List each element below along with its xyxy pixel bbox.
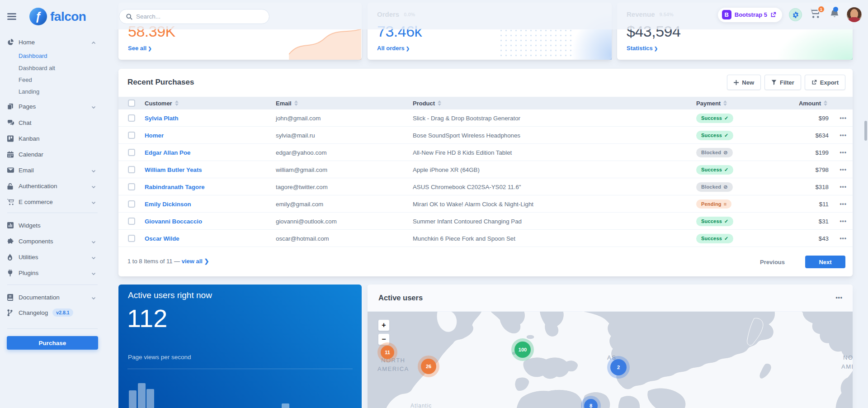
sidebar-item-pages[interactable]: Pages <box>7 100 98 113</box>
notifications-button[interactable] <box>829 8 840 22</box>
column-header-email[interactable]: Email <box>276 97 298 109</box>
row-menu-icon[interactable]: ••• <box>840 161 847 178</box>
sidebar-item-plugins[interactable]: Plugins <box>7 266 98 279</box>
search-box[interactable] <box>119 9 269 24</box>
row-menu-icon[interactable]: ••• <box>840 144 847 161</box>
sidebar-divider <box>7 328 98 329</box>
bootstrap5-button[interactable]: B Bootstrap 5 <box>718 8 782 22</box>
active-users-title: Active users <box>378 294 423 302</box>
row-menu-icon[interactable]: ••• <box>840 195 847 213</box>
pages-icon <box>7 103 14 110</box>
sidebar-item-home[interactable]: Home <box>7 36 98 48</box>
map-zoom-out-button[interactable]: − <box>378 333 390 345</box>
active-users-now-card: Active users right now 112 Page views pe… <box>118 285 362 408</box>
blocked-icon: ⊘ <box>723 184 727 190</box>
map-label-atlantic: Atlantic <box>410 403 432 408</box>
sidebar-item-authentication[interactable]: Authentication <box>7 180 98 192</box>
row-checkbox[interactable] <box>128 166 135 173</box>
page-scrollbar-thumb[interactable] <box>864 121 867 141</box>
row-menu-icon[interactable]: ••• <box>840 178 847 195</box>
customer-link[interactable]: Rabindranath Tagore <box>145 178 205 195</box>
chevron-down-icon <box>91 168 96 175</box>
filter-icon <box>771 80 777 85</box>
new-button[interactable]: New <box>727 75 761 90</box>
filter-button[interactable]: Filter <box>764 75 801 90</box>
sidebar-item-components[interactable]: Components <box>7 235 98 247</box>
row-checkbox[interactable] <box>128 132 135 139</box>
customer-link[interactable]: Oscar Wilde <box>145 230 179 247</box>
table-row: Giovanni Boccaccio giovanni@outlook.com … <box>118 213 853 230</box>
column-header-payment[interactable]: Payment <box>696 97 727 109</box>
page-views-bar <box>129 390 137 408</box>
payment-status-badge: Blocked⊘ <box>696 148 733 157</box>
sidebar-item-email[interactable]: Email <box>7 164 98 176</box>
falcon-logo-icon: ƒ <box>29 8 47 25</box>
map-zoom-in-button[interactable]: + <box>378 319 390 331</box>
view-all-link[interactable]: view all ❯ <box>182 258 209 265</box>
purchase-button[interactable]: Purchase <box>7 336 98 350</box>
sidebar-item-utilities[interactable]: Utilities <box>7 251 98 263</box>
shopping-cart-button[interactable]: 1 <box>809 7 822 23</box>
world-map[interactable]: NORTH AMERICA AS NO AME Atlantic + − 11 … <box>368 312 853 408</box>
next-button[interactable]: Next <box>805 256 845 268</box>
active-users-now-title: Active users right now <box>128 290 212 300</box>
calendar-icon <box>7 151 14 158</box>
sidebar-item-dashboard-alt[interactable]: Dashboard alt <box>19 65 55 71</box>
row-checkbox[interactable] <box>128 235 135 242</box>
customer-link[interactable]: Sylvia Plath <box>145 109 179 127</box>
sidebar-item-landing[interactable]: Landing <box>19 88 39 95</box>
customer-link[interactable]: Giovanni Boccaccio <box>145 213 202 230</box>
previous-button[interactable]: Previous <box>760 256 785 268</box>
search-icon <box>126 14 132 20</box>
sidebar-item-dashboard[interactable]: Dashboard <box>19 52 47 59</box>
user-avatar[interactable] <box>847 7 862 22</box>
row-checkbox[interactable] <box>128 149 135 156</box>
card-menu-icon[interactable]: ••• <box>835 294 843 301</box>
hamburger-menu-icon[interactable] <box>7 13 16 20</box>
falcon-logo[interactable]: ƒ falcon <box>29 8 86 25</box>
active-users-map-card: Active users ••• <box>368 285 853 408</box>
weekly-sales-area-chart <box>289 27 361 60</box>
row-checkbox[interactable] <box>128 200 135 208</box>
map-marker[interactable]: 100 <box>514 342 531 358</box>
sidebar-item-changelog[interactable]: Changelog v2.8.1 <box>7 306 98 319</box>
map-marker[interactable]: 2 <box>610 359 627 375</box>
sidebar-item-kanban[interactable]: Kanban <box>7 132 98 145</box>
select-all-checkbox[interactable] <box>128 100 135 107</box>
row-checkbox[interactable] <box>128 183 135 190</box>
page-views-bar <box>138 383 146 408</box>
row-menu-icon[interactable]: ••• <box>840 230 847 247</box>
all-orders-link[interactable]: All orders❯ <box>377 45 410 52</box>
table-row: William Butler Yeats william@gmail.com A… <box>118 161 853 178</box>
column-header-amount[interactable]: Amount <box>799 97 827 109</box>
sidebar-item-feed[interactable]: Feed <box>19 76 32 83</box>
sidebar-item-widgets[interactable]: Widgets <box>7 219 98 232</box>
row-menu-icon[interactable]: ••• <box>840 213 847 230</box>
map-marker[interactable]: 11 <box>381 346 394 359</box>
purchase-amount: $798 <box>815 161 829 178</box>
sidebar-item-calendar[interactable]: Calendar <box>7 148 98 161</box>
map-marker[interactable]: 26 <box>421 359 436 374</box>
column-header-customer[interactable]: Customer <box>145 97 179 109</box>
table-row: Homer sylvia@mail.ru Bose SoundSport Wir… <box>118 127 853 144</box>
customer-link[interactable]: Emily Dickinson <box>145 195 191 213</box>
customer-link[interactable]: Edgar Allan Poe <box>145 144 190 161</box>
settings-gear-button[interactable] <box>789 8 802 21</box>
row-menu-icon[interactable]: ••• <box>840 127 847 144</box>
customer-email: emily@gmail.com <box>276 195 323 213</box>
search-input[interactable] <box>136 13 254 20</box>
export-button[interactable]: Export <box>805 75 845 90</box>
statistics-link[interactable]: Statistics❯ <box>627 45 658 52</box>
payment-status-badge: Success✓ <box>696 114 733 123</box>
column-header-product[interactable]: Product <box>413 97 441 109</box>
see-all-link[interactable]: See all❯ <box>128 45 152 52</box>
sidebar-item-documentation[interactable]: Documentation <box>7 291 98 304</box>
sidebar-item-ecommerce[interactable]: E commerce <box>7 195 98 208</box>
row-menu-icon[interactable]: ••• <box>840 109 847 127</box>
row-checkbox[interactable] <box>128 218 135 225</box>
row-checkbox[interactable] <box>128 114 135 122</box>
customer-link[interactable]: William Butler Yeats <box>145 161 202 178</box>
chevron-up-icon <box>91 40 96 47</box>
customer-link[interactable]: Homer <box>145 127 164 144</box>
sidebar-item-chat[interactable]: Chat <box>7 116 98 129</box>
